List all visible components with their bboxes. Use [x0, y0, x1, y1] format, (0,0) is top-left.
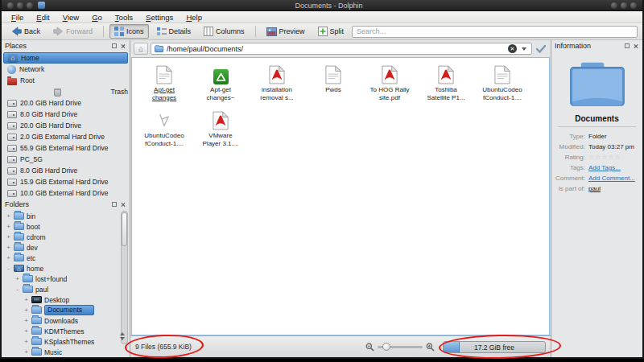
folder-tree-item[interactable]: + KSplashThemes [3, 336, 120, 347]
tree-expander-icon[interactable]: - [6, 265, 11, 272]
window-button-icon[interactable] [27, 2, 33, 9]
home-location-button[interactable]: ⌂ [134, 43, 148, 55]
places-item[interactable]: PC_5G [3, 154, 128, 165]
scroll-up-icon[interactable] [120, 332, 125, 335]
apply-location-button[interactable] [535, 43, 547, 55]
scroll-down-icon[interactable] [120, 337, 125, 340]
tree-expander-icon[interactable]: + [6, 233, 11, 241]
places-item[interactable]: 2.0 GiB External Hard Drive [3, 131, 128, 142]
tree-expander-icon[interactable]: + [23, 327, 29, 335]
places-item[interactable]: 20.0 GiB Hard Drive [3, 120, 128, 131]
folder-tree-item[interactable]: + KDMThemes [3, 326, 120, 336]
tree-expander-icon[interactable]: + [6, 223, 11, 230]
folder-tree-item[interactable]: + Desktop [3, 294, 120, 305]
file-view[interactable]: Apt-get changes [131, 57, 550, 335]
info-field-label: Modified: [555, 142, 588, 152]
menu-item[interactable]: Edit [30, 12, 56, 23]
folder-tree-item[interactable]: + lost+found [3, 274, 120, 284]
folder-tree-item[interactable]: + bin [3, 211, 120, 221]
tree-expander-icon[interactable]: + [23, 296, 29, 303]
tree-expander-icon[interactable]: + [6, 244, 11, 251]
places-float-button[interactable] [111, 43, 118, 49]
clear-location-icon[interactable]: ✕ [508, 44, 517, 53]
forward-button[interactable]: Forward [48, 24, 97, 39]
folder-tree-item[interactable]: - paul [3, 284, 120, 294]
file-item[interactable]: Toshiba Satellite P1... [418, 62, 474, 108]
zoom-slider[interactable] [378, 346, 423, 348]
folder-tree-item[interactable]: + Downloads [3, 315, 120, 326]
info-field-value[interactable]: Folder [588, 131, 607, 142]
folder-tree-item[interactable]: + dev [3, 242, 120, 253]
info-field-value[interactable]: paul [588, 183, 601, 194]
minimize-button[interactable] [611, 2, 617, 9]
file-item[interactable]: UbuntuCodeo fConduct-1.... [474, 62, 530, 108]
folder-label: Downloads [44, 317, 78, 325]
places-item[interactable]: 8.0 GiB Hard Drive [3, 165, 128, 176]
information-close-icon[interactable] [633, 43, 639, 49]
tree-expander-icon[interactable]: + [23, 338, 29, 345]
info-field-value[interactable]: Add Comment... [588, 173, 635, 183]
places-item[interactable]: Home [3, 52, 128, 64]
close-button[interactable] [630, 2, 637, 9]
tree-expander-icon[interactable]: + [14, 275, 20, 282]
information-float-button[interactable] [624, 43, 630, 49]
file-item[interactable]: Apt-get changes~ [192, 62, 249, 108]
zoom-out-icon[interactable] [365, 343, 374, 352]
tree-expander-icon[interactable]: + [23, 348, 29, 356]
folder-tree-item[interactable]: + etc [3, 253, 120, 263]
icons-view-button[interactable]: Icons [109, 24, 149, 39]
tree-expander-icon[interactable]: + [6, 212, 11, 220]
info-field-value[interactable]: Today 03:27 pm [588, 142, 634, 152]
info-field-value[interactable]: Add Tags... [588, 162, 621, 173]
menu-item[interactable]: File [5, 12, 30, 23]
window-button-icon[interactable] [7, 2, 14, 9]
folders-scrollbar[interactable] [121, 211, 128, 344]
location-input[interactable]: /home/paul/Documents/ ✕ [151, 43, 532, 55]
scrollbar-thumb[interactable] [122, 212, 127, 246]
chevron-down-icon[interactable] [522, 47, 526, 51]
tree-expander-icon[interactable]: + [23, 317, 29, 324]
file-item[interactable]: installation removal s... [249, 62, 305, 108]
columns-view-button[interactable]: Columns [199, 24, 250, 39]
tree-expander-icon[interactable]: - [14, 286, 20, 293]
menu-item[interactable]: Settings [139, 12, 180, 23]
menu-item[interactable]: View [56, 12, 85, 23]
folder-tree-item[interactable]: + boot [3, 221, 120, 232]
file-item[interactable]: To HOG Rally site.pdf [361, 62, 418, 108]
file-item[interactable]: VMware Player 3.1.... [192, 108, 249, 154]
menu-item[interactable]: Go [85, 12, 109, 23]
folder-tree-item[interactable]: + cdrom [3, 232, 120, 242]
split-button[interactable]: Split [313, 24, 349, 39]
zoom-slider-handle[interactable] [382, 343, 390, 351]
places-item[interactable]: 15.9 GiB External Hard Drive [3, 176, 128, 187]
places-item[interactable]: 8.0 GiB Hard Drive [3, 109, 128, 120]
folder-tree-item[interactable]: + Documents [3, 305, 120, 315]
preview-button[interactable]: Preview [262, 25, 310, 39]
file-item[interactable]: Apt-get changes [136, 62, 192, 108]
info-field-value[interactable]: ☆☆☆☆☆ [588, 152, 621, 162]
back-button[interactable]: Back [6, 24, 45, 39]
places-item[interactable]: 55.9 GiB External Hard Drive [3, 142, 128, 154]
details-view-button[interactable]: Details [152, 24, 196, 39]
folder-tree-item[interactable]: - home [3, 263, 120, 274]
tree-expander-icon[interactable]: + [23, 306, 29, 314]
menu-item[interactable]: Tools [109, 12, 139, 23]
zoom-in-icon[interactable] [426, 343, 435, 352]
maximize-button[interactable] [621, 2, 627, 9]
file-item[interactable]: UbuntuCodeo fConduct-1.... [136, 108, 192, 154]
places-item[interactable]: 10.0 GiB External Hard Drive [3, 187, 128, 199]
window-button-icon[interactable] [17, 2, 23, 9]
menu-item[interactable]: Help [180, 12, 208, 23]
places-item[interactable]: Network [3, 64, 128, 75]
tree-expander-icon[interactable]: + [6, 254, 11, 261]
folders-close-icon[interactable] [120, 201, 126, 208]
folder-tree-item[interactable]: + Music [3, 347, 120, 357]
places-item[interactable]: Root [3, 75, 128, 86]
folder-icon [31, 306, 42, 314]
places-item[interactable]: Trash [3, 86, 128, 97]
places-item[interactable]: 20.0 GiB Hard Drive [3, 97, 128, 109]
file-item[interactable]: Pwds [305, 62, 361, 108]
folders-float-button[interactable] [111, 201, 118, 208]
places-close-icon[interactable] [120, 43, 126, 49]
search-input[interactable] [352, 26, 638, 38]
